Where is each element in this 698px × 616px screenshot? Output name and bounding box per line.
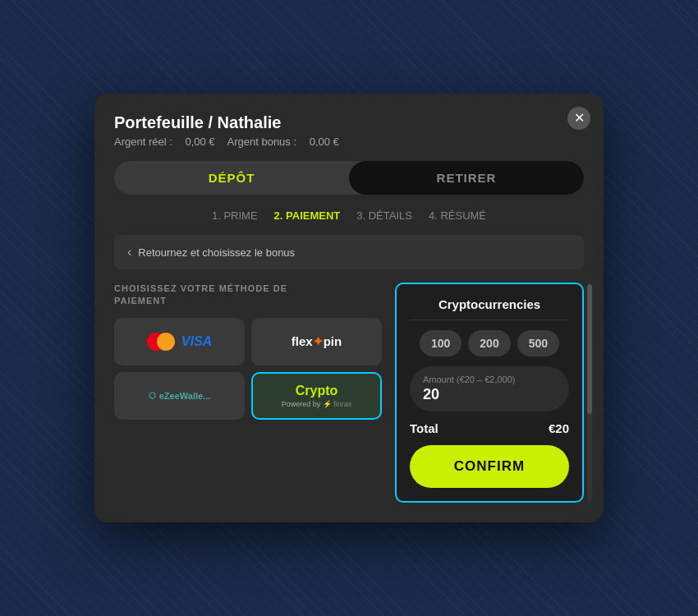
total-row: Total €20 <box>410 421 569 435</box>
visa-mc-logos: VISA <box>147 333 212 351</box>
scroll-thumb <box>587 284 592 414</box>
mastercard-icon <box>147 333 175 351</box>
chevron-left-icon: ‹ <box>127 245 131 260</box>
amount-presets: 100 200 500 <box>410 330 569 356</box>
tab-bar: DÉPÔT RETIRER <box>114 161 584 195</box>
step-1: 1. PRIME <box>212 209 258 222</box>
modal: ✕ Portefeuille / Nathalie Argent réel : … <box>94 94 604 522</box>
ezeewallet-logo: ⬡ eZeeWalle... <box>149 391 211 401</box>
steps-bar: 1. PRIME 2. PAIEMENT 3. DÉTAILS 4. RÉSUM… <box>114 209 584 222</box>
payment-method-flexpin[interactable]: flex✦pin <box>251 318 382 365</box>
confirm-button[interactable]: CONFIRM <box>410 445 569 488</box>
balance-real-value: 0,00 € <box>185 136 214 148</box>
flexpin-label: flex✦pin <box>292 334 342 349</box>
total-label: Total <box>410 421 439 435</box>
payment-method-visa-mc[interactable]: VISA <box>114 318 245 365</box>
amount-input-wrap: Amount (€20 – €2,000) <box>410 366 569 411</box>
step-2: 2. PAIEMENT <box>274 209 341 222</box>
tab-deposit[interactable]: DÉPÔT <box>114 161 349 195</box>
content-row: CHOISISSEZ VOTRE MÉTHODE DEPAIEMENT VISA… <box>114 283 584 503</box>
preset-500[interactable]: 500 <box>517 330 559 356</box>
ezee-label: eZeeWalle... <box>159 391 211 401</box>
visa-text: VISA <box>181 334 212 349</box>
preset-200[interactable]: 200 <box>468 330 510 356</box>
preset-100[interactable]: 100 <box>420 330 462 356</box>
crypto-powered-by: Powered by ⚡ finrax <box>282 400 352 408</box>
close-button[interactable]: ✕ <box>567 107 590 130</box>
scrollbar[interactable] <box>587 284 592 501</box>
payment-method-grid: VISA flex✦pin ⬡ eZeeWalle... <box>114 318 382 420</box>
tab-withdraw[interactable]: RETIRER <box>349 161 584 195</box>
modal-balance: Argent réel : 0,00 € Argent bonus : 0,00… <box>114 136 584 148</box>
payment-method-ezeewallet[interactable]: ⬡ eZeeWalle... <box>114 372 245 420</box>
payment-methods-panel: CHOISISSEZ VOTRE MÉTHODE DEPAIEMENT VISA… <box>114 283 382 503</box>
back-banner-text: Retournez et choisissez le bonus <box>138 246 295 259</box>
balance-real-label: Argent réel : <box>114 136 172 148</box>
crypto-panel-title: Cryptocurrencies <box>410 297 569 320</box>
modal-title: Portefeuille / Nathalie <box>114 113 584 132</box>
balance-bonus-label: Argent bonus : <box>227 136 297 148</box>
amount-hint: Amount (€20 – €2,000) <box>423 375 556 384</box>
ezee-icon: ⬡ <box>149 391 156 400</box>
amount-input[interactable] <box>423 386 556 403</box>
step-4: 4. RÉSUMÉ <box>429 209 486 222</box>
balance-bonus-value: 0,00 € <box>310 136 339 148</box>
crypto-label: Crypto <box>282 384 352 398</box>
back-banner[interactable]: ‹ Retournez et choisissez le bonus <box>114 235 584 269</box>
crypto-card-content: Crypto Powered by ⚡ finrax <box>282 384 352 408</box>
payment-method-crypto[interactable]: Crypto Powered by ⚡ finrax <box>251 372 382 420</box>
total-value: €20 <box>549 421 569 435</box>
step-3: 3. DÉTAILS <box>356 209 412 222</box>
crypto-panel: Cryptocurrencies 100 200 500 Amount (€20… <box>395 283 584 503</box>
payment-section-label: CHOISISSEZ VOTRE MÉTHODE DEPAIEMENT <box>114 283 382 308</box>
